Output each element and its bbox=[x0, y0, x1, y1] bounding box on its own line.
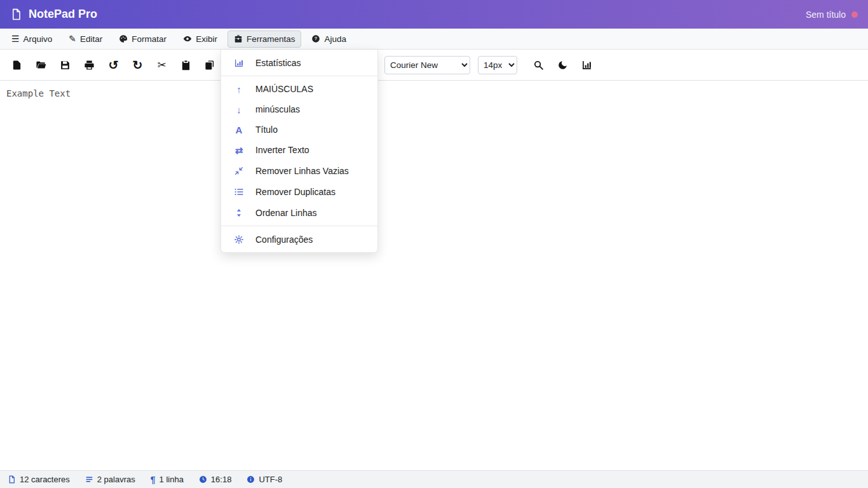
menu-ajuda[interactable]: ? Ajuda bbox=[305, 30, 353, 48]
undo-button[interactable]: ↺ bbox=[103, 55, 124, 75]
font-size-select[interactable]: 14px bbox=[478, 56, 517, 74]
menu-item-estatisticas[interactable]: Estatísticas bbox=[221, 52, 377, 73]
status-characters: 12 caracteres bbox=[8, 475, 70, 484]
copy-button[interactable] bbox=[200, 55, 220, 75]
menu-item-maiusculas[interactable]: ↑ MAIÚSCULAS bbox=[221, 79, 377, 99]
menu-editar-label: Editar bbox=[80, 34, 102, 44]
print-icon bbox=[84, 60, 95, 71]
moon-icon bbox=[557, 60, 568, 71]
stats-chart-icon bbox=[233, 57, 245, 68]
pilcrow-icon: ¶ bbox=[151, 475, 156, 484]
menu-ajuda-label: Ajuda bbox=[324, 34, 346, 44]
open-file-button[interactable] bbox=[31, 55, 51, 75]
search-icon bbox=[533, 60, 544, 71]
status-characters-label: 12 caracteres bbox=[20, 475, 70, 484]
menu-item-remover-linhas-vazias[interactable]: Remover Linhas Vazias bbox=[221, 160, 377, 181]
status-encoding: UTF-8 bbox=[247, 475, 282, 484]
palette-icon bbox=[119, 34, 128, 43]
font-family-select[interactable]: Courier New bbox=[384, 56, 470, 74]
menu-item-label: Ordenar Linhas bbox=[255, 208, 317, 218]
app-title: NotePad Pro bbox=[29, 8, 97, 21]
compress-icon bbox=[233, 165, 245, 176]
app-header: NotePad Pro Sem título bbox=[0, 0, 868, 29]
menu-item-label: Remover Linhas Vazias bbox=[255, 166, 349, 176]
menu-editar[interactable]: ✎ Editar bbox=[62, 30, 109, 48]
menu-exibir-label: Exibir bbox=[196, 34, 217, 44]
save-icon bbox=[60, 60, 71, 71]
lines-icon bbox=[85, 475, 93, 484]
status-time: 16:18 bbox=[199, 475, 232, 484]
save-button[interactable] bbox=[55, 55, 76, 75]
menu-item-label: MAIÚSCULAS bbox=[255, 84, 313, 94]
toolbox-icon bbox=[234, 34, 243, 43]
menu-item-remover-duplicatas[interactable]: Remover Duplicatas bbox=[221, 181, 377, 202]
new-file-icon bbox=[11, 60, 22, 71]
info-icon bbox=[247, 475, 255, 484]
scissors-icon: ✂ bbox=[157, 60, 166, 71]
menu-ferramentas-label: Ferramentas bbox=[247, 34, 295, 44]
menu-arquivo[interactable]: ☰ Arquivo bbox=[5, 30, 58, 48]
new-file-button[interactable] bbox=[6, 55, 27, 75]
status-encoding-label: UTF-8 bbox=[259, 475, 282, 484]
menu-item-configuracoes[interactable]: Configurações bbox=[221, 229, 377, 250]
undo-icon: ↺ bbox=[109, 59, 119, 71]
redo-button[interactable]: ↻ bbox=[127, 55, 148, 75]
file-icon bbox=[8, 475, 16, 484]
status-words: 2 palavras bbox=[85, 475, 135, 484]
dark-mode-button[interactable] bbox=[552, 55, 573, 75]
status-words-label: 2 palavras bbox=[97, 475, 135, 484]
document-status: Sem título bbox=[806, 10, 858, 20]
menu-divider bbox=[221, 76, 377, 76]
document-name: Sem título bbox=[806, 10, 846, 20]
sort-icon bbox=[233, 207, 245, 218]
toolbar: ↺ ↻ ✂ Courier New 14px bbox=[0, 50, 868, 81]
gear-icon bbox=[233, 234, 245, 245]
paste-icon bbox=[180, 60, 191, 71]
paste-button[interactable] bbox=[175, 55, 196, 75]
statusbar: 12 caracteres 2 palavras ¶ 1 linha 16:18… bbox=[0, 470, 868, 488]
menu-formatar[interactable]: Formatar bbox=[112, 30, 173, 48]
menu-formatar-label: Formatar bbox=[132, 34, 166, 44]
menu-item-label: Título bbox=[255, 125, 278, 135]
clock-icon bbox=[199, 475, 207, 484]
menu-exibir[interactable]: Exibir bbox=[177, 30, 224, 48]
status-lines: ¶ 1 linha bbox=[151, 475, 184, 484]
menu-item-label: Remover Duplicatas bbox=[255, 187, 336, 197]
menu-item-minusculas[interactable]: ↓ minúsculas bbox=[221, 99, 377, 119]
bar-chart-icon bbox=[581, 60, 592, 71]
menu-item-titulo[interactable]: A Título bbox=[221, 119, 377, 140]
text-editor[interactable]: Example Text bbox=[0, 81, 868, 470]
eye-icon bbox=[183, 34, 192, 43]
menu-item-label: Inverter Texto bbox=[255, 145, 309, 155]
redo-icon: ↻ bbox=[133, 59, 143, 71]
pen-icon: ✎ bbox=[69, 34, 76, 43]
menu-item-label: minúsculas bbox=[255, 104, 300, 114]
ferramentas-dropdown-menu: Estatísticas ↑ MAIÚSCULAS ↓ minúsculas A… bbox=[220, 50, 378, 253]
swap-arrows-icon: ⇄ bbox=[233, 146, 245, 155]
menu-item-label: Configurações bbox=[255, 234, 313, 245]
list-icon bbox=[233, 186, 245, 197]
menu-item-label: Estatísticas bbox=[255, 58, 301, 68]
app-logo-file-icon bbox=[10, 8, 22, 20]
question-circle-icon: ? bbox=[311, 34, 320, 43]
letter-a-icon: A bbox=[233, 125, 245, 135]
folder-open-icon bbox=[36, 60, 46, 71]
bars-icon: ☰ bbox=[11, 34, 20, 43]
unsaved-indicator-dot bbox=[851, 11, 858, 18]
menu-divider bbox=[221, 226, 377, 226]
print-button[interactable] bbox=[79, 55, 100, 75]
editor-area: Example Text bbox=[0, 81, 868, 470]
cut-button[interactable]: ✂ bbox=[151, 55, 172, 75]
status-lines-label: 1 linha bbox=[159, 475, 184, 484]
search-button[interactable] bbox=[528, 55, 549, 75]
arrow-up-icon: ↑ bbox=[233, 85, 245, 94]
menubar: ☰ Arquivo ✎ Editar Formatar Exibir Ferra… bbox=[0, 29, 868, 50]
arrow-down-icon: ↓ bbox=[233, 105, 245, 114]
statistics-button[interactable] bbox=[576, 55, 597, 75]
menu-item-ordenar-linhas[interactable]: Ordenar Linhas bbox=[221, 202, 377, 223]
svg-text:?: ? bbox=[315, 36, 318, 41]
menu-arquivo-label: Arquivo bbox=[24, 34, 53, 44]
menu-ferramentas[interactable]: Ferramentas bbox=[227, 30, 302, 48]
status-time-label: 16:18 bbox=[211, 475, 232, 484]
menu-item-inverter-texto[interactable]: ⇄ Inverter Texto bbox=[221, 140, 377, 160]
